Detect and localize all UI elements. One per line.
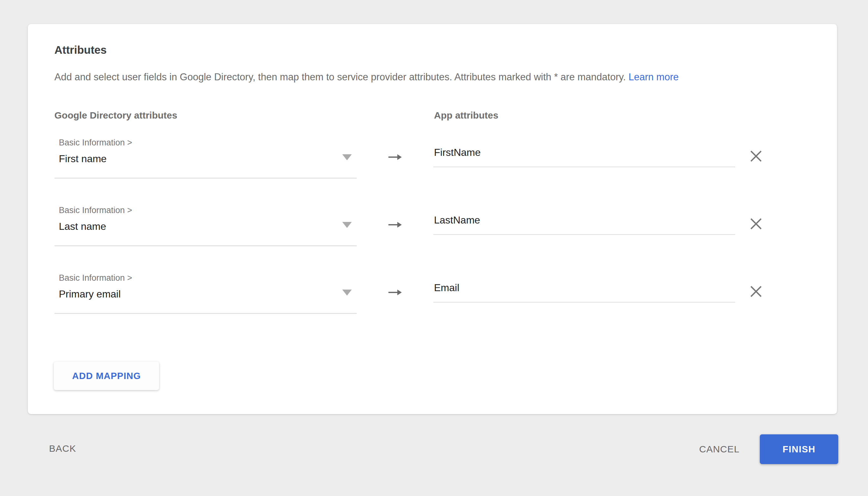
description-body: Add and select user fields in Google Dir… [55, 72, 626, 82]
close-icon [748, 149, 764, 164]
back-button[interactable]: BACK [49, 443, 76, 454]
attribute-category-label: Basic Information > [59, 273, 132, 283]
dropdown-arrow-icon [342, 290, 352, 296]
remove-mapping-button[interactable] [748, 284, 764, 299]
google-attribute-dropdown-first-name[interactable]: Basic Information > First name [55, 138, 357, 185]
dropdown-underline [55, 245, 357, 246]
mapping-row: Basic Information > First name [55, 138, 810, 205]
close-icon [748, 216, 764, 231]
dropdown-arrow-icon [342, 154, 352, 160]
column-header-google-directory: Google Directory attributes [55, 110, 177, 121]
app-attribute-input[interactable] [433, 282, 735, 303]
attribute-category-label: Basic Information > [59, 205, 132, 215]
google-attribute-value: Primary email [59, 288, 121, 300]
map-arrow-icon [388, 288, 402, 297]
google-attribute-dropdown-last-name[interactable]: Basic Information > Last name [55, 205, 357, 253]
map-arrow-icon [388, 220, 402, 230]
attributes-card: Attributes Add and select user fields in… [28, 24, 837, 414]
description-text: Add and select user fields in Google Dir… [55, 72, 813, 83]
footer-actions: CANCEL FINISH [699, 434, 838, 464]
remove-mapping-button[interactable] [748, 149, 764, 164]
mapping-row: Basic Information > Primary email [55, 273, 810, 341]
cancel-button[interactable]: CANCEL [699, 444, 740, 454]
learn-more-link[interactable]: Learn more [628, 72, 679, 82]
google-attribute-value: First name [59, 153, 107, 165]
google-attribute-dropdown-primary-email[interactable]: Basic Information > Primary email [55, 273, 357, 321]
app-attribute-input[interactable] [433, 214, 735, 235]
dropdown-underline [55, 178, 357, 179]
finish-button[interactable]: FINISH [760, 434, 838, 464]
remove-mapping-button[interactable] [748, 216, 764, 231]
mapping-row: Basic Information > Last name [55, 205, 810, 273]
column-header-app-attributes: App attributes [434, 110, 498, 121]
page-title: Attributes [55, 44, 107, 56]
dropdown-underline [55, 313, 357, 314]
close-icon [748, 284, 764, 299]
dropdown-arrow-icon [342, 222, 352, 228]
attribute-category-label: Basic Information > [59, 138, 132, 148]
app-attribute-input[interactable] [433, 147, 735, 167]
google-attribute-value: Last name [59, 221, 106, 232]
add-mapping-button[interactable]: ADD MAPPING [54, 362, 159, 390]
map-arrow-icon [388, 152, 402, 162]
